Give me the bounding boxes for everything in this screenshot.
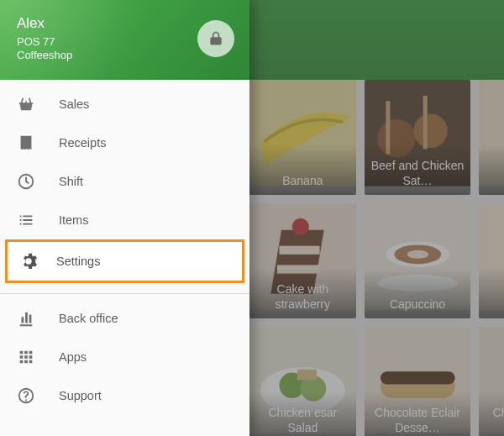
nav-label: Items (59, 213, 88, 227)
clock-icon (17, 172, 35, 191)
chart-icon (17, 309, 35, 328)
nav-item-settings-selected: Settings (5, 239, 244, 283)
divider (0, 293, 249, 294)
receipt-icon (17, 134, 35, 152)
nav-label: Support (59, 389, 102, 402)
nav-label: Shift (59, 175, 83, 188)
drawer-menu: Sales Receipts Shift Items (0, 80, 249, 436)
nav-item-shift[interactable]: Shift (0, 162, 249, 201)
nav-item-sales[interactable]: Sales (0, 85, 249, 123)
lock-icon (207, 30, 224, 47)
help-icon (17, 386, 35, 405)
nav-label: Settings (56, 255, 100, 268)
nav-item-apps[interactable]: Apps (0, 338, 249, 376)
nav-label: Apps (59, 350, 87, 364)
apps-icon (17, 348, 35, 366)
list-icon (17, 211, 35, 229)
nav-item-items[interactable]: Items (0, 201, 249, 239)
navigation-drawer: Alex POS 77 Coffeeshop Sales R (0, 0, 249, 436)
gear-icon (19, 252, 38, 271)
header-store: Coffeeshop (17, 49, 233, 61)
nav-item-back-office[interactable]: Back office (0, 299, 249, 338)
nav-item-receipts[interactable]: Receipts (0, 123, 249, 162)
nav-item-settings[interactable]: Settings (8, 242, 242, 281)
lock-button[interactable] (197, 20, 234, 57)
basket-icon (17, 95, 35, 113)
nav-label: Receipts (59, 136, 106, 150)
nav-item-support[interactable]: Support (0, 376, 249, 415)
nav-label: Back office (59, 312, 118, 325)
nav-label: Sales (59, 97, 89, 111)
drawer-header: Alex POS 77 Coffeeshop (0, 0, 249, 80)
